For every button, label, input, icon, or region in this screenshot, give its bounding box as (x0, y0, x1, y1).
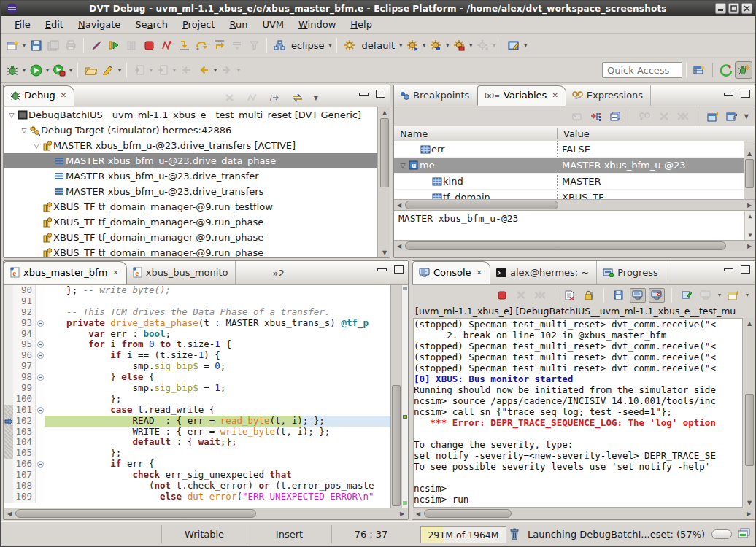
show-logical-structure-button[interactable] (588, 109, 604, 124)
dvt-add-config-button[interactable] (474, 36, 491, 54)
tab-debug[interactable]: Debug ✕ (4, 85, 74, 106)
variables-view-menu[interactable]: ▼ (743, 113, 750, 120)
console-remove-all-button[interactable] (532, 288, 548, 303)
variables-hscrollbar[interactable]: ◀▶ (394, 199, 755, 210)
fold-collapse-icon[interactable] (35, 372, 45, 383)
pin-view-button[interactable] (724, 109, 740, 124)
menu-run[interactable]: Run (223, 17, 254, 32)
show-on-stdout-button[interactable] (630, 288, 646, 303)
variable-row[interactable]: kindMASTER (394, 174, 744, 190)
dvt-rebuild-button[interactable] (427, 36, 444, 54)
console-terminate-button[interactable] (494, 288, 510, 303)
disconnect-view-button[interactable] (244, 90, 261, 105)
tab-variables[interactable]: (x)= Variables ✕ (477, 85, 566, 106)
column-name[interactable]: Name (394, 128, 558, 139)
menu-edit[interactable]: Edit (39, 17, 70, 32)
variable-row[interactable]: errFALSE (394, 141, 744, 158)
code-line[interactable]: 95 for i from 0 to t.size-1 { (4, 339, 407, 350)
tab-breakpoints[interactable]: Breakpoints (394, 85, 477, 106)
dvt-default-config-dropdown[interactable]: ▾ (398, 42, 404, 49)
skip-all-breakpoints-button[interactable] (88, 36, 105, 54)
open-task-button[interactable] (82, 61, 99, 79)
debug-tree-item[interactable]: MASTER xbus_bfm_u-@23.drive_data_phase (4, 153, 377, 168)
expander-open-icon[interactable]: ▽ (32, 142, 41, 150)
show-on-stderr-button[interactable] (649, 288, 665, 303)
code-line[interactable]: 93 private drive_data_phase(t : MASTER x… (4, 318, 407, 329)
code-line[interactable]: 103 WRITE : { err = write_byte(t, i); }; (4, 427, 407, 438)
run-garbage-collector-button[interactable] (509, 527, 520, 540)
code-line[interactable]: 92 -- This TCM drives the Data Phase of … (4, 307, 407, 318)
show-progress-view-button[interactable] (738, 528, 750, 539)
back-dropdown[interactable]: ▾ (212, 67, 218, 74)
highlight-dropdown[interactable]: ▾ (117, 67, 123, 74)
code-line[interactable]: 100 }; (4, 394, 407, 405)
tab-expressions[interactable]: x= Expressions (566, 85, 651, 106)
code-line[interactable]: 99 smp.sig_bip$ = 1; (4, 383, 407, 394)
editor-tab-overflow[interactable]: »2 (272, 268, 284, 284)
run-launch-button[interactable] (27, 61, 45, 79)
dvt-perspective-button[interactable] (717, 61, 735, 79)
eclipse-launch-combo[interactable]: eclipse (288, 40, 327, 51)
code-line[interactable]: 91 (4, 296, 407, 307)
tab-xbus-master-bfm-close-icon[interactable]: ✕ (112, 268, 118, 276)
code-line[interactable]: 94 var err : bool; (4, 329, 407, 340)
dvt-add-config-dropdown[interactable]: ▾ (491, 42, 497, 49)
tab-terminal[interactable]: alex@hermes: ~ (490, 261, 597, 284)
menu-window[interactable]: Window (292, 17, 342, 32)
remove-selected-button[interactable] (656, 109, 672, 124)
dvt-config-gear-icon[interactable] (341, 36, 358, 54)
editor-maximize-button[interactable] (394, 265, 404, 274)
expander-open-icon[interactable]: ▽ (20, 127, 28, 134)
new-view-button[interactable] (705, 109, 721, 124)
fold-collapse-icon[interactable] (35, 318, 45, 329)
next-annotation-dropdown[interactable]: ▾ (148, 67, 154, 74)
fold-collapse-icon[interactable] (35, 350, 45, 361)
variables-detail-hscrollbar[interactable]: ◀▶ (394, 240, 755, 251)
open-console-button[interactable] (725, 288, 741, 303)
debug-tree-item[interactable]: MASTER xbus_bfm_u-@23.drive_transfers (4, 184, 377, 199)
code-editor[interactable]: 90 }; -- write_byte();9192 -- This TCM d… (4, 285, 407, 508)
maximize-window-button[interactable] (728, 3, 739, 14)
menu-uvm[interactable]: UVM (255, 17, 290, 32)
tab-variables-close-icon[interactable]: ✕ (552, 91, 558, 99)
menu-search[interactable]: Search (128, 17, 174, 32)
tab-xbus-bus-monito[interactable]: e xbus_bus_monito (127, 261, 236, 284)
pin-console-button[interactable] (679, 288, 695, 303)
progress-indicator[interactable] (711, 529, 732, 539)
debug-perspective-button[interactable] (735, 61, 752, 79)
expander-open-icon[interactable]: ▽ (398, 162, 407, 169)
dvt-default-config-combo[interactable]: default (358, 40, 398, 51)
previous-annotation-dropdown[interactable]: ▾ (171, 67, 177, 74)
editor-overview-ruler[interactable] (401, 285, 408, 508)
resume-button[interactable] (105, 36, 123, 54)
heap-status[interactable]: 291M of 1964M (420, 526, 506, 543)
close-window-button[interactable] (741, 3, 752, 14)
drop-to-frame-button[interactable] (228, 36, 245, 54)
debug-minimize-button[interactable] (359, 93, 369, 96)
watch-expression-button[interactable] (637, 109, 653, 124)
code-line[interactable]: 105 }; (4, 448, 407, 459)
dvt-build-dropdown[interactable]: ▾ (421, 42, 427, 49)
scroll-lock-button[interactable] (581, 288, 597, 303)
code-line[interactable]: 102 READ : { err = read_byte(t, i); }; (4, 416, 407, 427)
code-line[interactable]: 109 else dut error("ERR UNEXPECTED ERROR… (4, 492, 407, 503)
console-remove-launch-button[interactable] (513, 288, 529, 303)
fold-collapse-icon[interactable] (35, 339, 45, 350)
save-all-button[interactable] (45, 36, 62, 54)
clear-console-button[interactable] (562, 288, 578, 303)
next-annotation-button[interactable] (131, 61, 148, 79)
display-console-button[interactable] (698, 288, 714, 303)
debug-tree-item[interactable]: ▽DebugBatchIUS__uvm_ml-1.1_xbus_e__test_… (4, 107, 377, 123)
dvt-edit-mode-button[interactable] (505, 36, 522, 54)
collapse-all-button[interactable] (607, 109, 623, 124)
debug-tree-item[interactable]: ▽MASTER xbus_bfm_u-@23.drive_transfers [… (4, 138, 377, 153)
debug-tree-vscrollbar[interactable]: ▲ ▼ (379, 107, 390, 257)
console-maximize-button[interactable] (741, 265, 750, 274)
variable-row[interactable]: ▽umeMASTER xbus_bfm_u-@23 (394, 158, 744, 174)
editor-vscrollbar[interactable] (390, 285, 401, 508)
variables-maximize-button[interactable] (741, 90, 750, 98)
debug-tree-item[interactable]: XBUS_TF tf_domain_manager-@9.run_phase (4, 230, 377, 245)
debug-tree-item[interactable]: XBUS_TF tf_domain_manager-@9.run_phase (4, 214, 377, 230)
eclipse-launch-dropdown[interactable]: ▾ (327, 42, 333, 49)
code-line[interactable]: 90 }; -- write_byte(); (4, 285, 407, 296)
